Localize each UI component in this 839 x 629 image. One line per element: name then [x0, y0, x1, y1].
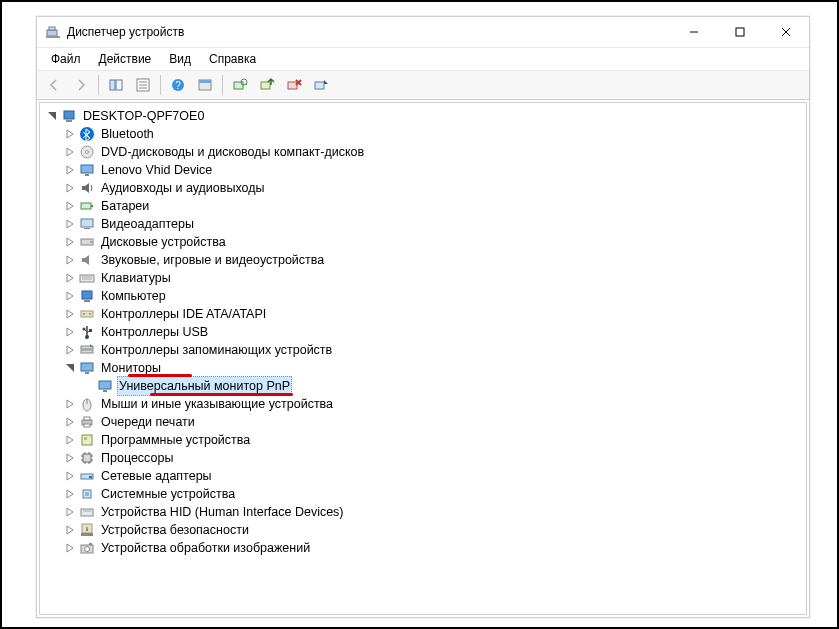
audio-icon [79, 180, 95, 196]
disc-icon [79, 144, 95, 160]
expander-closed-icon[interactable] [62, 252, 78, 268]
svg-point-37 [90, 241, 92, 243]
security-icon [79, 522, 95, 538]
category-node[interactable]: Мыши и иные указывающие устройства [40, 395, 806, 413]
expander-closed-icon[interactable] [62, 126, 78, 142]
expander-closed-icon[interactable] [62, 396, 78, 412]
expander-open-icon[interactable] [62, 360, 78, 376]
category-node[interactable]: Lenovo Vhid Device [40, 161, 806, 179]
computer-icon [61, 108, 77, 124]
svg-rect-0 [47, 30, 57, 36]
tree-node-label: Устройства безопасности [99, 521, 251, 539]
uninstall-device-button[interactable] [281, 72, 307, 98]
category-node[interactable]: Процессоры [40, 449, 806, 467]
category-node[interactable]: Устройства обработки изображений [40, 539, 806, 557]
monitor-icon [79, 162, 95, 178]
expander-closed-icon[interactable] [62, 504, 78, 520]
properties-button[interactable] [130, 72, 156, 98]
category-node[interactable]: Bluetooth [40, 125, 806, 143]
svg-rect-41 [82, 291, 92, 299]
svg-rect-82 [86, 529, 88, 531]
category-node[interactable]: DVD-дисководы и дисководы компакт-дисков [40, 143, 806, 161]
menu-view[interactable]: Вид [161, 50, 199, 68]
maximize-button[interactable] [717, 17, 763, 47]
mouse-icon [79, 396, 95, 412]
expander-closed-icon[interactable] [62, 486, 78, 502]
svg-rect-8 [116, 80, 122, 90]
expander-closed-icon[interactable] [62, 414, 78, 430]
category-node[interactable]: Устройства HID (Human Interface Devices) [40, 503, 806, 521]
expander-closed-icon[interactable] [62, 432, 78, 448]
svg-point-45 [89, 313, 91, 315]
expander-closed-icon[interactable] [62, 450, 78, 466]
display-icon [79, 216, 95, 232]
category-node[interactable]: Клавиатуры [40, 269, 806, 287]
ide-icon [79, 306, 95, 322]
update-driver-button[interactable] [254, 72, 280, 98]
tree-node-label: Батареи [99, 197, 151, 215]
category-node[interactable]: Мониторы [40, 359, 806, 377]
expander-closed-icon[interactable] [62, 540, 78, 556]
tree-node-label: Мониторы [99, 359, 163, 377]
hid-icon [79, 504, 95, 520]
back-button[interactable] [41, 72, 67, 98]
svg-rect-25 [64, 111, 74, 119]
svg-rect-77 [85, 492, 89, 496]
category-node[interactable]: Звуковые, игровые и видеоустройства [40, 251, 806, 269]
expander-open-icon[interactable] [44, 108, 60, 124]
svg-rect-83 [81, 533, 93, 536]
tree-node-label: Очереди печати [99, 413, 197, 431]
expander-closed-icon[interactable] [62, 180, 78, 196]
category-node[interactable]: Очереди печати [40, 413, 806, 431]
menu-file[interactable]: Файл [43, 50, 89, 68]
category-node[interactable]: Батареи [40, 197, 806, 215]
svg-rect-35 [84, 228, 90, 229]
expander-closed-icon[interactable] [62, 288, 78, 304]
expander-closed-icon[interactable] [62, 216, 78, 232]
expander-closed-icon[interactable] [62, 342, 78, 358]
category-node[interactable]: Сетевые адаптеры [40, 467, 806, 485]
expander-closed-icon[interactable] [62, 468, 78, 484]
category-node[interactable]: Контроллеры IDE ATA/ATAPI [40, 305, 806, 323]
svg-rect-34 [81, 219, 93, 227]
category-node[interactable]: Контроллеры USB [40, 323, 806, 341]
category-node[interactable]: Устройства безопасности [40, 521, 806, 539]
category-node[interactable]: Программные устройства [40, 431, 806, 449]
menu-help[interactable]: Справка [201, 50, 264, 68]
expander-closed-icon[interactable] [62, 162, 78, 178]
scan-hardware-button[interactable] [227, 72, 253, 98]
svg-rect-78 [81, 509, 93, 516]
expander-closed-icon[interactable] [62, 270, 78, 286]
root-node[interactable]: DESKTOP-QPF7OE0 [40, 107, 806, 125]
category-node[interactable]: Дисковые устройства [40, 233, 806, 251]
tree-node-label: Компьютер [99, 287, 168, 305]
disable-device-button[interactable] [308, 72, 334, 98]
keyboard-icon [79, 270, 95, 286]
action-toolbar-button[interactable] [192, 72, 218, 98]
category-node[interactable]: Системные устройства [40, 485, 806, 503]
device-tree-pane[interactable]: DESKTOP-QPF7OE0BluetoothDVD-дисководы и … [39, 102, 807, 615]
menu-action[interactable]: Действие [91, 50, 160, 68]
category-node[interactable]: Аудиовходы и аудиовыходы [40, 179, 806, 197]
category-node[interactable]: Компьютер [40, 287, 806, 305]
category-node[interactable]: Видеоадаптеры [40, 215, 806, 233]
svg-rect-54 [81, 363, 93, 371]
expander-closed-icon[interactable] [62, 198, 78, 214]
help-button[interactable]: ? [165, 72, 191, 98]
svg-rect-4 [736, 28, 744, 36]
sound-icon [79, 252, 95, 268]
system-icon [79, 486, 95, 502]
show-hide-console-button[interactable] [103, 72, 129, 98]
minimize-button[interactable] [671, 17, 717, 47]
forward-button[interactable] [68, 72, 94, 98]
device-node[interactable]: Универсальный монитор PnP [40, 377, 806, 395]
expander-closed-icon[interactable] [62, 234, 78, 250]
expander-closed-icon[interactable] [62, 522, 78, 538]
category-node[interactable]: Контроллеры запоминающих устройств [40, 341, 806, 359]
imaging-icon [79, 540, 95, 556]
expander-closed-icon[interactable] [62, 306, 78, 322]
tree-node-label: Программные устройства [99, 431, 252, 449]
expander-closed-icon[interactable] [62, 324, 78, 340]
expander-closed-icon[interactable] [62, 144, 78, 160]
close-button[interactable] [763, 17, 809, 47]
